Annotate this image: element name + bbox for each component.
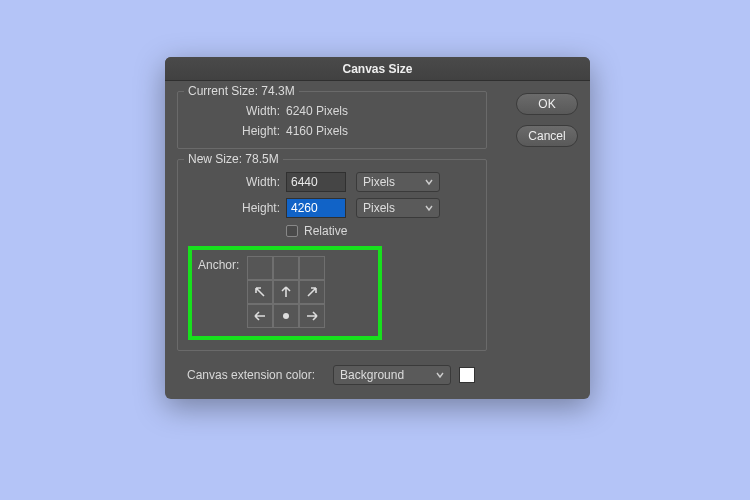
anchor-cell-middle-left[interactable] [247, 280, 273, 304]
new-height-unit-select[interactable]: Pixels [356, 198, 440, 218]
new-size-legend: New Size: 78.5M [184, 152, 283, 166]
new-height-input[interactable] [286, 198, 346, 218]
anchor-cell-top-center[interactable] [273, 256, 299, 280]
arrow-up-right-icon [304, 284, 320, 300]
anchor-cell-middle-right[interactable] [299, 280, 325, 304]
current-width-value: 6240 Pixels [286, 104, 348, 118]
new-width-unit-select[interactable]: Pixels [356, 172, 440, 192]
current-size-group: Current Size: 74.3M Width: 6240 Pixels H… [177, 91, 487, 149]
current-height-value: 4160 Pixels [286, 124, 348, 138]
ok-button[interactable]: OK [516, 93, 578, 115]
cancel-button[interactable]: Cancel [516, 125, 578, 147]
svg-point-0 [283, 313, 289, 319]
extension-color-value: Background [340, 368, 404, 382]
arrow-right-icon [304, 308, 320, 324]
anchor-cell-top-left[interactable] [247, 256, 273, 280]
anchor-label: Anchor: [198, 256, 239, 272]
extension-color-select[interactable]: Background [333, 365, 451, 385]
extension-color-label: Canvas extension color: [187, 368, 315, 382]
current-height-label: Height: [188, 124, 286, 138]
arrow-left-icon [252, 308, 268, 324]
relative-checkbox[interactable] [286, 225, 298, 237]
arrow-up-left-icon [252, 284, 268, 300]
anchor-center-dot-icon [280, 310, 292, 322]
anchor-cell-bottom-right[interactable] [299, 304, 325, 328]
anchor-cell-bottom-center[interactable] [273, 304, 299, 328]
canvas-size-dialog: Canvas Size OK Cancel Current Size: 74.3… [165, 57, 590, 399]
anchor-cell-top-right[interactable] [299, 256, 325, 280]
new-height-unit-value: Pixels [363, 201, 395, 215]
new-height-label: Height: [188, 201, 286, 215]
dialog-title: Canvas Size [165, 57, 590, 81]
anchor-grid [247, 256, 325, 328]
new-width-unit-value: Pixels [363, 175, 395, 189]
new-width-label: Width: [188, 175, 286, 189]
anchor-highlight: Anchor: [188, 246, 382, 340]
extension-color-swatch[interactable] [459, 367, 475, 383]
arrow-up-icon [278, 284, 294, 300]
chevron-down-icon [436, 371, 444, 379]
current-width-label: Width: [188, 104, 286, 118]
relative-label: Relative [304, 224, 347, 238]
new-width-input[interactable] [286, 172, 346, 192]
chevron-down-icon [425, 204, 433, 212]
chevron-down-icon [425, 178, 433, 186]
new-size-group: New Size: 78.5M Width: Pixels Height: Pi… [177, 159, 487, 351]
anchor-cell-middle-center[interactable] [273, 280, 299, 304]
extension-color-row: Canvas extension color: Background [177, 361, 578, 385]
anchor-cell-bottom-left[interactable] [247, 304, 273, 328]
current-size-legend: Current Size: 74.3M [184, 84, 299, 98]
